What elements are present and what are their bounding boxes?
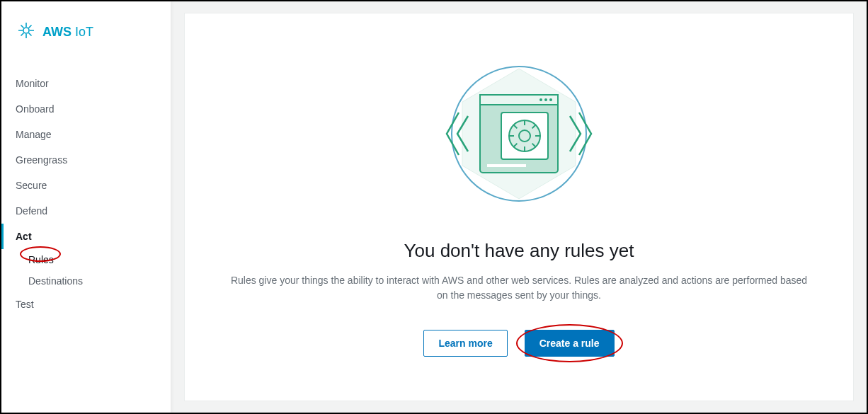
nav-defend[interactable]: Defend bbox=[1, 198, 171, 224]
svg-point-5 bbox=[544, 98, 547, 101]
aws-iot-icon bbox=[17, 21, 35, 42]
nav-secure[interactable]: Secure bbox=[1, 173, 171, 198]
nav-onboard[interactable]: Onboard bbox=[1, 96, 171, 122]
svg-point-7 bbox=[539, 98, 542, 101]
main-content: You don't have any rules yet Rules give … bbox=[171, 1, 867, 413]
brand-text: AWS IoT bbox=[42, 25, 93, 40]
nav-test[interactable]: Test bbox=[1, 292, 171, 317]
empty-state-panel: You don't have any rules yet Rules give … bbox=[184, 13, 854, 401]
empty-state-title: You don't have any rules yet bbox=[404, 240, 634, 262]
sidebar: AWS IoT Monitor Onboard Manage Greengras… bbox=[1, 1, 171, 413]
nav-manage[interactable]: Manage bbox=[1, 122, 171, 147]
nav: Monitor Onboard Manage Greengrass Secure… bbox=[1, 57, 171, 331]
button-row: Learn more Create a rule bbox=[423, 330, 614, 357]
nav-act[interactable]: Act bbox=[1, 224, 171, 249]
nav-act-children: Rules Destinations bbox=[1, 249, 171, 292]
svg-point-6 bbox=[549, 98, 552, 101]
nav-monitor[interactable]: Monitor bbox=[1, 71, 171, 96]
nav-greengrass[interactable]: Greengrass bbox=[1, 147, 171, 173]
brand-logo[interactable]: AWS IoT bbox=[1, 1, 171, 57]
create-rule-button[interactable]: Create a rule bbox=[525, 330, 615, 357]
rules-illustration-icon bbox=[427, 56, 611, 212]
empty-state-description: Rules give your things the ability to in… bbox=[225, 273, 813, 303]
learn-more-button[interactable]: Learn more bbox=[423, 330, 507, 357]
nav-rules[interactable]: Rules bbox=[14, 249, 68, 270]
nav-destinations[interactable]: Destinations bbox=[14, 270, 171, 292]
svg-point-0 bbox=[23, 28, 29, 33]
